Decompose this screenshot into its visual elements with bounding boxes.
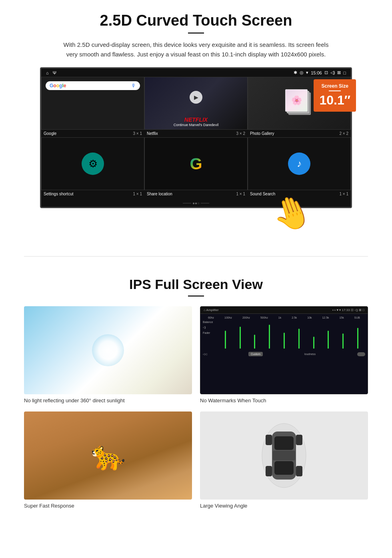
eq-bar-5: [284, 333, 285, 349]
amp-content: 60hz100hz200hz500hz1k2.5k10k12.5k15kSUB …: [200, 314, 368, 394]
section-curved-screen: 2.5D Curved Touch Screen With 2.5D curve…: [0, 0, 392, 216]
svg-rect-5: [266, 435, 272, 445]
settings-app-cell[interactable]: ⚙: [41, 137, 144, 190]
amp-left-panel: Balance◁)Fader: [203, 321, 365, 349]
netflix-label: Netflix: [147, 131, 158, 136]
phone-mockup: Screen Size 10.1″ ⌂ Ψ ✱ ◎ ▾ 15:06 ⊡ ◁) ⊠: [40, 67, 352, 208]
google-label: Google: [44, 131, 56, 136]
settings-icon: ⚙: [82, 153, 104, 175]
eq-bar-3: [254, 335, 255, 349]
eq-bar-9: [342, 333, 344, 349]
sunlight-image: [24, 306, 192, 394]
phone-screen: ⌂ Ψ ✱ ◎ ▾ 15:06 ⊡ ◁) ⊠ □: [40, 67, 352, 208]
netflix-label-cell: Netflix 3 × 2: [144, 130, 248, 136]
car-image: [200, 411, 368, 500]
sound-search-background: ♪: [248, 138, 350, 190]
cheetah-image: 🐆: [24, 411, 192, 500]
volume-icon: ◁): [330, 70, 335, 75]
status-bar-right: ✱ ◎ ▾ 15:06 ⊡ ◁) ⊠ □: [294, 70, 346, 75]
google-maps-icon: G: [190, 155, 202, 173]
app-labels-row1: Google 3 × 1 Netflix 3 × 2 Photo Gallery…: [41, 130, 351, 137]
location-icon: ◎: [300, 70, 304, 75]
svg-rect-8: [296, 466, 302, 476]
status-bar-left: ⌂ Ψ: [46, 70, 56, 75]
share-location-label: Share location: [147, 192, 172, 196]
section2-underline: [188, 295, 204, 297]
screen-size-label: Screen Size: [319, 83, 350, 89]
svg-rect-4: [273, 451, 295, 460]
svg-rect-7: [266, 466, 272, 476]
netflix-overlay: NETFLIX Continue Marvel's Daredevil: [145, 114, 247, 129]
share-location-label-cell: Share location 1 × 1: [144, 191, 248, 197]
feature-car: Large Viewing Angle: [200, 411, 368, 509]
screen-size-badge: Screen Size 10.1″: [314, 79, 356, 112]
sound-search-cell[interactable]: ♪: [248, 137, 351, 190]
sound-search-label: Sound Search: [250, 192, 275, 196]
google-search-bar[interactable]: Google 🎙: [46, 81, 140, 90]
share-location-cell[interactable]: G: [144, 137, 248, 190]
netflix-play-button[interactable]: ▶: [190, 91, 202, 104]
app-grid-row2: ⚙ G ♪: [41, 137, 351, 190]
eq-bar-6: [298, 329, 300, 349]
google-app-cell[interactable]: Google 🎙: [41, 77, 144, 130]
settings-label-cell: Settings shortcut 1 × 1: [41, 191, 144, 197]
feature-sunlight: No light reflecting under 360° direct su…: [24, 306, 192, 403]
camera-icon: ⊡: [324, 70, 328, 75]
eq-bar-10: [357, 328, 358, 349]
svg-rect-3: [274, 461, 294, 475]
photo-gallery-grid-size: 2 × 2: [339, 131, 348, 136]
photo-gallery-label: Photo Gallery: [250, 131, 274, 136]
sound-search-grid-size: 1 × 1: [339, 192, 348, 196]
feature-amplifier: ⌂ Amplifier ▪ ▪ ♥ ▾ 17:33 ⊡ ◁) ⊠ □ 60hz1…: [200, 306, 368, 403]
amp-sliders-area: [218, 321, 365, 349]
cheetah-emoji: 🐆: [91, 439, 126, 472]
time-display: 15:06: [311, 70, 322, 75]
share-location-grid-size: 1 × 1: [236, 192, 245, 196]
settings-label: Settings shortcut: [44, 192, 73, 196]
svg-rect-6: [296, 435, 302, 445]
eq-bar-7: [313, 337, 314, 349]
car-top-svg: [260, 420, 308, 492]
share-location-background: G: [145, 138, 247, 190]
section-divider: [24, 256, 368, 257]
feature-cheetah: 🐆 Super Fast Response: [24, 411, 192, 509]
google-label-cell: Google 3 × 1: [41, 130, 144, 136]
netflix-logo: NETFLIX: [148, 116, 244, 123]
section-ips-screen: IPS Full Screen View No light reflecting…: [0, 273, 392, 521]
amp-top-bar: ⌂ Amplifier ▪ ▪ ♥ ▾ 17:33 ⊡ ◁) ⊠ □: [200, 307, 368, 314]
close-icon: ⊠: [337, 70, 341, 75]
svg-rect-2: [274, 436, 294, 450]
screen-size-value: 10.1″: [319, 93, 350, 108]
car-caption: Large Viewing Angle: [200, 503, 368, 509]
app-grid-row1: Google 🎙 ▶ NETFLIX Continue Marvel's Dar…: [41, 77, 351, 130]
section1-description: With 2.5D curved-display screen, this de…: [60, 40, 332, 59]
title-underline: [188, 32, 204, 34]
settings-grid-size: 1 × 1: [133, 192, 142, 196]
window-icon: □: [343, 70, 346, 75]
feature-grid: No light reflecting under 360° direct su…: [24, 306, 368, 509]
eq-bar-4: [269, 325, 270, 349]
netflix-app-cell[interactable]: ▶ NETFLIX Continue Marvel's Daredevil: [144, 77, 248, 130]
google-logo: Google: [50, 83, 66, 88]
amp-bottom-bar: ◁◁ Custom loudness: [203, 352, 365, 356]
netflix-subtitle: Continue Marvel's Daredevil: [148, 123, 244, 127]
sunlight-glow: [92, 334, 124, 366]
google-grid-size: 3 × 1: [133, 131, 142, 136]
eq-bar-1: [225, 331, 226, 349]
section1-title: 2.5D Curved Touch Screen: [24, 12, 368, 29]
badge-underline: [329, 90, 341, 91]
mic-icon: 🎙: [131, 83, 136, 88]
usb-icon: Ψ: [53, 70, 56, 75]
home-icon: ⌂: [46, 70, 49, 75]
netflix-grid-size: 3 × 2: [236, 131, 245, 136]
section2-title: IPS Full Screen View: [24, 277, 368, 292]
photo-gallery-label-cell: Photo Gallery 2 × 2: [248, 130, 351, 136]
amplifier-caption: No Watermarks When Touch: [200, 397, 368, 403]
status-bar: ⌂ Ψ ✱ ◎ ▾ 15:06 ⊡ ◁) ⊠ □: [41, 68, 351, 77]
settings-background: ⚙: [42, 138, 144, 190]
cheetah-caption: Super Fast Response: [24, 503, 192, 509]
amp-toggle[interactable]: [357, 352, 365, 356]
eq-bar-8: [328, 331, 329, 349]
amp-custom-button[interactable]: Custom: [248, 352, 263, 356]
amplifier-image: ⌂ Amplifier ▪ ▪ ♥ ▾ 17:33 ⊡ ◁) ⊠ □ 60hz1…: [200, 306, 368, 394]
